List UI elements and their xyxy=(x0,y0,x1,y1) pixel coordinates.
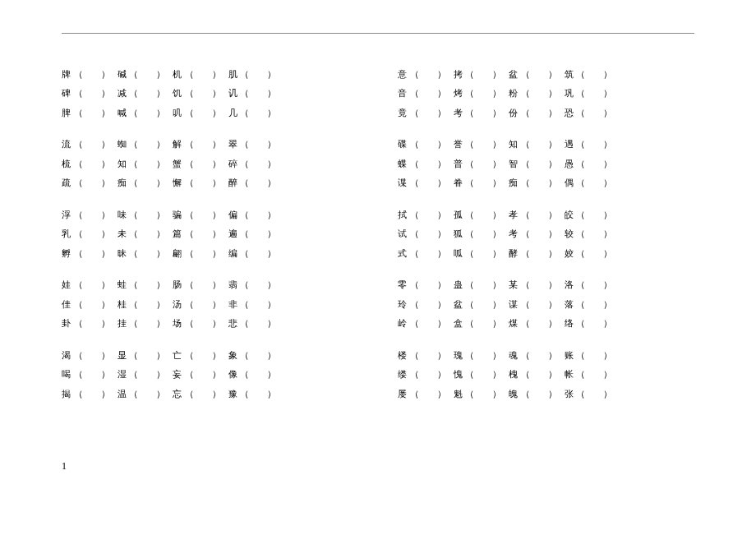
character-row: 试（）狐（）考（）较（） xyxy=(398,226,694,241)
open-paren: （ xyxy=(521,246,530,261)
char: 孵 xyxy=(62,246,71,261)
close-paren: ） xyxy=(492,297,501,311)
close-paren: ） xyxy=(101,316,110,330)
close-paren: ） xyxy=(101,207,110,222)
open-paren: （ xyxy=(74,367,83,381)
open-paren: （ xyxy=(74,226,83,241)
close-paren: ） xyxy=(212,316,221,330)
character-row: 屡（）魁（）魄（）张（） xyxy=(398,386,694,401)
close-paren: ） xyxy=(437,67,446,81)
open-paren: （ xyxy=(74,67,83,81)
character-row: 意（）拷（）盆（）筑（） xyxy=(398,67,694,81)
character-cell: 瑰（） xyxy=(454,348,502,362)
open-paren: （ xyxy=(129,386,138,401)
close-paren: ） xyxy=(548,367,557,381)
character-row: 竟（）考（）份（）恐（） xyxy=(398,105,694,120)
char: 瑰 xyxy=(454,348,463,362)
character-cell: 零（） xyxy=(398,277,446,292)
char: 盆 xyxy=(509,67,519,81)
close-paren: ） xyxy=(156,226,165,241)
character-cell: 狐（） xyxy=(454,226,502,241)
open-paren: （ xyxy=(410,246,419,261)
open-paren: （ xyxy=(410,136,419,151)
char: 屡 xyxy=(398,386,408,401)
close-paren: ） xyxy=(603,348,612,362)
character-cell: 皎（） xyxy=(565,207,613,222)
close-paren: ） xyxy=(437,85,446,100)
open-paren: （ xyxy=(465,367,474,381)
char: 谍 xyxy=(398,175,408,190)
char: 机 xyxy=(173,67,182,81)
open-paren: （ xyxy=(465,246,474,261)
character-cell: 落（） xyxy=(565,297,613,311)
close-paren: ） xyxy=(492,316,501,330)
char: 痴 xyxy=(509,175,519,190)
character-group: 流（）蜘（）解（）翠（）梳（）知（）蟹（）碎（）疏（）痴（）懈（）醉（） xyxy=(62,136,358,190)
char: 考 xyxy=(509,226,519,241)
close-paren: ） xyxy=(212,156,221,171)
char: 象 xyxy=(228,348,238,362)
character-row: 音（）烤（）粉（）巩（） xyxy=(398,85,694,100)
character-cell: 象（） xyxy=(228,348,277,362)
char: 考 xyxy=(454,105,463,120)
open-paren: （ xyxy=(410,367,419,381)
character-cell: 拷（） xyxy=(454,67,502,81)
character-cell: 玲（） xyxy=(398,297,446,311)
character-cell: 音（） xyxy=(398,85,446,100)
character-cell: 知（） xyxy=(509,136,557,151)
open-paren: （ xyxy=(521,207,530,222)
close-paren: ） xyxy=(212,297,221,311)
character-cell: 谍（） xyxy=(398,175,446,190)
open-paren: （ xyxy=(185,348,194,362)
char: 梳 xyxy=(62,156,71,171)
open-paren: （ xyxy=(129,207,138,222)
close-paren: ） xyxy=(156,316,165,330)
character-cell: 渴（） xyxy=(62,348,110,362)
char: 孤 xyxy=(454,207,463,222)
char: 桂 xyxy=(118,297,127,311)
character-cell: 知（） xyxy=(118,156,166,171)
char: 汤 xyxy=(173,297,182,311)
open-paren: （ xyxy=(185,316,194,330)
close-paren: ） xyxy=(212,386,221,401)
open-paren: （ xyxy=(129,246,138,261)
char: 懈 xyxy=(173,175,182,190)
open-paren: （ xyxy=(185,67,194,81)
open-paren: （ xyxy=(521,156,530,171)
character-row: 梳（）知（）蟹（）碎（） xyxy=(62,156,358,171)
char: 脾 xyxy=(62,105,71,120)
char: 翡 xyxy=(228,277,238,292)
open-paren: （ xyxy=(240,207,249,222)
close-paren: ） xyxy=(101,367,110,381)
open-paren: （ xyxy=(129,297,138,311)
close-paren: ） xyxy=(101,226,110,241)
char: 誉 xyxy=(454,136,463,151)
character-group: 浮（）味（）骗（）偏（）乳（）未（）篇（）遍（）孵（）昧（）翩（）编（） xyxy=(62,207,358,261)
character-cell: 娃（） xyxy=(62,277,110,292)
char: 佳 xyxy=(62,297,71,311)
close-paren: ） xyxy=(101,297,110,311)
character-group: 牌（）碱（）机（）肌（）碑（）减（）饥（）讥（）脾（）喊（）叽（）几（） xyxy=(62,67,358,120)
close-paren: ） xyxy=(548,156,557,171)
open-paren: （ xyxy=(74,175,83,190)
open-paren: （ xyxy=(185,85,194,100)
character-cell: 蛊（） xyxy=(454,277,502,292)
open-paren: （ xyxy=(576,226,585,241)
close-paren: ） xyxy=(548,226,557,241)
character-cell: 偏（） xyxy=(228,207,277,222)
open-paren: （ xyxy=(521,136,530,151)
char: 挂 xyxy=(118,316,127,330)
char: 味 xyxy=(118,207,127,222)
open-paren: （ xyxy=(129,277,138,292)
character-cell: 翩（） xyxy=(173,246,221,261)
character-cell: 考（） xyxy=(509,226,557,241)
character-cell: 碱（） xyxy=(118,67,166,81)
character-cell: 像（） xyxy=(228,367,277,381)
character-group: 渴（）显（）亡（）象（）喝（）湿（）妄（）像（）揭（）温（）忘（）豫（） xyxy=(62,348,358,401)
close-paren: ） xyxy=(212,85,221,100)
close-paren: ） xyxy=(437,207,446,222)
open-paren: （ xyxy=(185,367,194,381)
close-paren: ） xyxy=(603,175,612,190)
open-paren: （ xyxy=(185,175,194,190)
open-paren: （ xyxy=(240,246,249,261)
